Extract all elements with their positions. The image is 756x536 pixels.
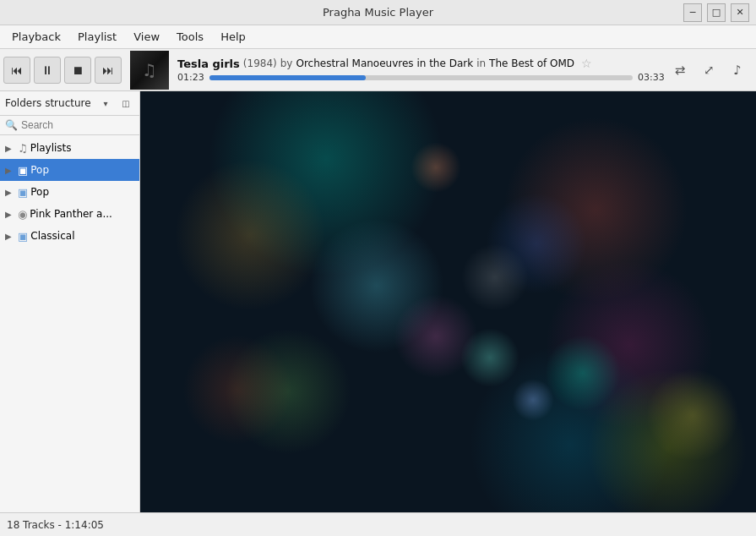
- progress-bar[interactable]: [209, 75, 633, 80]
- stop-button[interactable]: ⏹: [64, 57, 91, 84]
- sidebar-header: Folders structure ▾ ◫: [0, 91, 139, 116]
- tree-item-pink-panther[interactable]: ▶ ◉ Pink Panther a...: [0, 203, 139, 225]
- next-button[interactable]: ⏭: [95, 57, 122, 84]
- prev-button[interactable]: ⏮: [3, 57, 30, 84]
- volume-button[interactable]: ♪: [726, 58, 749, 82]
- menu-view[interactable]: View: [125, 27, 168, 46]
- progress-fill: [209, 75, 366, 80]
- pause-button[interactable]: ⏸: [34, 57, 61, 84]
- folder-icon-pop1: ▣: [18, 164, 28, 177]
- time-current: 01:23: [177, 72, 204, 83]
- tree-label-pink: Pink Panther a...: [30, 208, 112, 220]
- album-art-image: [130, 51, 169, 90]
- statusbar: 18 Tracks - 1:14:05: [0, 512, 756, 536]
- main-content: Folders structure ▾ ◫ 🔍 ▶ ♫ Playlists ▶ …: [0, 91, 756, 512]
- tree-label-pop1: Pop: [30, 164, 49, 176]
- window-controls: − □ ✕: [683, 3, 749, 22]
- expand-arrow-pop2: ▶: [5, 188, 15, 197]
- tree-item-classical[interactable]: ▶ ▣ Classical: [0, 225, 139, 247]
- sidebar-action-icon[interactable]: ◫: [117, 95, 134, 112]
- time-total: 03:33: [638, 72, 665, 83]
- tree-item-playlists[interactable]: ▶ ♫ Playlists: [0, 137, 139, 159]
- window-title: Pragha Music Player: [323, 6, 433, 19]
- cd-icon-pink: ◉: [18, 208, 27, 221]
- track-artist: Orchestral Manoeuvres in the Dark: [296, 57, 473, 69]
- folder-icon-classical: ▣: [18, 230, 28, 243]
- playlist-icon: ♫: [18, 142, 28, 155]
- sidebar-dropdown-icon[interactable]: ▾: [97, 95, 114, 112]
- track-title-line: Tesla girls (1984) by Orchestral Manoeuv…: [177, 57, 665, 70]
- track-in-label: in: [476, 57, 486, 69]
- sidebar: Folders structure ▾ ◫ 🔍 ▶ ♫ Playlists ▶ …: [0, 91, 140, 512]
- titlebar: Pragha Music Player − □ ✕: [0, 0, 756, 25]
- shuffle-button[interactable]: ⇄: [668, 58, 692, 82]
- menu-playlist[interactable]: Playlist: [69, 27, 125, 46]
- search-bar: 🔍: [0, 116, 139, 135]
- close-button[interactable]: ✕: [731, 3, 749, 22]
- tree-label-playlists: Playlists: [30, 142, 72, 154]
- tree-item-pop2[interactable]: ▶ ▣ Pop: [0, 181, 139, 203]
- repeat-button[interactable]: ⤢: [697, 58, 721, 82]
- menu-help[interactable]: Help: [212, 27, 254, 46]
- track-favorite-icon[interactable]: ☆: [581, 57, 592, 70]
- minimize-button[interactable]: −: [683, 3, 702, 22]
- expand-arrow-playlists: ▶: [5, 144, 15, 153]
- search-input[interactable]: [21, 119, 134, 131]
- folder-icon-pop2: ▣: [18, 186, 28, 199]
- track-year: (1984): [243, 57, 277, 69]
- tree-label-pop2: Pop: [30, 186, 49, 198]
- tree-label-classical: Classical: [30, 230, 74, 242]
- track-name: Tesla girls: [177, 57, 240, 70]
- toolbar: ⏮ ⏸ ⏹ ⏭ Tesla girls (1984) by Orchestral…: [0, 49, 756, 91]
- expand-arrow-pink: ▶: [5, 210, 15, 219]
- search-icon: 🔍: [5, 119, 18, 131]
- maximize-button[interactable]: □: [707, 3, 726, 22]
- menubar: Playback Playlist View Tools Help: [0, 25, 756, 49]
- menu-tools[interactable]: Tools: [168, 27, 212, 46]
- expand-arrow-pop1: ▶: [5, 166, 15, 175]
- statusbar-text: 18 Tracks - 1:14:05: [7, 519, 104, 531]
- toolbar-right-icons: ⇄ ⤢ ♪: [668, 58, 753, 82]
- tree-item-pop1[interactable]: ▶ ▣ Pop: [0, 159, 139, 181]
- menu-playback[interactable]: Playback: [3, 27, 69, 46]
- track-album: The Best of OMD: [489, 57, 574, 69]
- progress-row: 01:23 03:33: [177, 72, 665, 83]
- expand-arrow-classical: ▶: [5, 232, 15, 241]
- track-info: Tesla girls (1984) by Orchestral Manoeuv…: [177, 57, 665, 83]
- track-by-label: by: [280, 57, 293, 69]
- tree-container: ▶ ♫ Playlists ▶ ▣ Pop ▶ ▣ Pop ▶ ◉ Pink P…: [0, 135, 139, 512]
- sidebar-header-label: Folders structure: [5, 97, 94, 109]
- visualization-area: [140, 91, 756, 512]
- album-art: [130, 51, 169, 90]
